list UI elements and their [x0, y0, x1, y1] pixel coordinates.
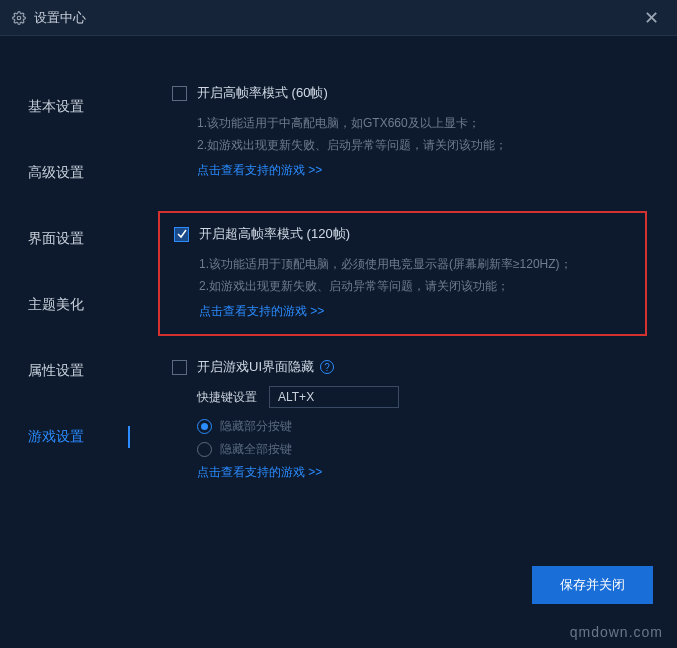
checkbox-fps60[interactable]	[172, 86, 187, 101]
watermark: qmdown.com	[570, 624, 663, 640]
sidebar-item-theme[interactable]: 主题美化	[0, 284, 130, 326]
help-icon[interactable]: ?	[320, 360, 334, 374]
titlebar: 设置中心 ✕	[0, 0, 677, 36]
setting-hide-ui: 开启游戏UI界面隐藏 ? 快捷键设置 隐藏部分按键 隐藏全部按键 点击查看支持的…	[158, 358, 647, 491]
desc-fps60-2: 2.如游戏出现更新失败、启动异常等问题，请关闭该功能；	[197, 134, 633, 156]
link-fps60-supported[interactable]: 点击查看支持的游戏 >>	[197, 162, 322, 179]
checkbox-fps120[interactable]	[174, 227, 189, 242]
svg-point-0	[17, 16, 21, 20]
radio-label-partial: 隐藏部分按键	[220, 418, 292, 435]
close-icon[interactable]: ✕	[638, 3, 665, 33]
save-button[interactable]: 保存并关闭	[532, 566, 653, 604]
window-title: 设置中心	[34, 9, 86, 27]
setting-fps120: 开启超高帧率模式 (120帧) 1.该功能适用于顶配电脑，必须使用电竞显示器(屏…	[158, 211, 647, 336]
label-hide-ui: 开启游戏UI界面隐藏	[197, 358, 314, 376]
sidebar-item-game[interactable]: 游戏设置	[0, 416, 130, 458]
hotkey-input[interactable]	[269, 386, 399, 408]
radio-label-all: 隐藏全部按键	[220, 441, 292, 458]
sidebar-item-advanced[interactable]: 高级设置	[0, 152, 130, 194]
desc-fps120-1: 1.该功能适用于顶配电脑，必须使用电竞显示器(屏幕刷新率≥120HZ)；	[199, 253, 631, 275]
gear-icon	[12, 11, 26, 25]
label-fps120: 开启超高帧率模式 (120帧)	[199, 225, 350, 243]
sidebar-item-basic[interactable]: 基本设置	[0, 86, 130, 128]
setting-fps60: 开启高帧率模式 (60帧) 1.该功能适用于中高配电脑，如GTX660及以上显卡…	[158, 84, 647, 189]
radio-hide-all[interactable]	[197, 442, 212, 457]
checkbox-hide-ui[interactable]	[172, 360, 187, 375]
link-hideui-supported[interactable]: 点击查看支持的游戏 >>	[197, 464, 322, 481]
radio-hide-partial[interactable]	[197, 419, 212, 434]
desc-fps120-2: 2.如游戏出现更新失败、启动异常等问题，请关闭该功能；	[199, 275, 631, 297]
desc-fps60-1: 1.该功能适用于中高配电脑，如GTX660及以上显卡；	[197, 112, 633, 134]
link-fps120-supported[interactable]: 点击查看支持的游戏 >>	[199, 303, 324, 320]
label-fps60: 开启高帧率模式 (60帧)	[197, 84, 328, 102]
hotkey-label: 快捷键设置	[197, 389, 257, 406]
sidebar: 基本设置 高级设置 界面设置 主题美化 属性设置 游戏设置	[0, 36, 130, 618]
sidebar-item-interface[interactable]: 界面设置	[0, 218, 130, 260]
sidebar-item-property[interactable]: 属性设置	[0, 350, 130, 392]
content-panel: 开启高帧率模式 (60帧) 1.该功能适用于中高配电脑，如GTX660及以上显卡…	[130, 36, 677, 618]
